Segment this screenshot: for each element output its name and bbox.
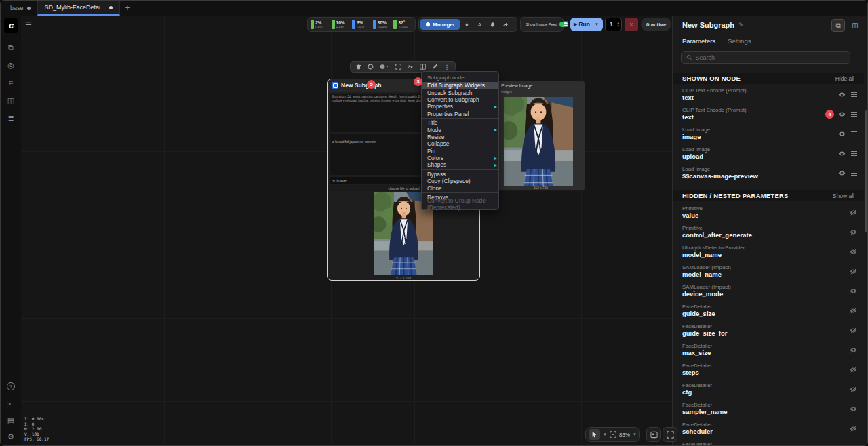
parameter-row[interactable]: SAMLoader (Impact) device_mode [673, 281, 864, 301]
parameter-row[interactable]: CLIP Text Encode (Prompt) text [673, 85, 864, 104]
search-input[interactable] [695, 54, 845, 61]
workflows-icon[interactable]: ⧉ [1, 40, 21, 55]
cursor-tool-button[interactable] [589, 429, 600, 440]
interrupt-button[interactable]: × [625, 18, 638, 31]
eye-off-icon[interactable] [850, 327, 857, 334]
context-menu-item[interactable]: Mode [422, 126, 498, 133]
layout-node-button[interactable] [420, 64, 426, 70]
parameter-search[interactable] [681, 51, 850, 64]
eye-off-icon[interactable] [850, 386, 857, 393]
focus-selection-button[interactable] [663, 427, 677, 442]
context-menu-item[interactable]: Colors [422, 155, 498, 161]
panel-layout-icon[interactable]: ◫ [848, 19, 862, 32]
comfyui-logo[interactable]: c [4, 18, 18, 33]
parameter-row[interactable]: CLIP Text Encode (Prompt) text 4 [673, 104, 864, 124]
eye-off-icon[interactable] [850, 287, 857, 295]
bell-icon[interactable] [487, 19, 498, 30]
help-icon[interactable]: ? [1, 379, 21, 394]
terminal-icon[interactable]: >_ [1, 397, 21, 411]
tab-settings[interactable]: Settings [728, 36, 751, 46]
eye-off-icon[interactable] [850, 268, 857, 275]
parameter-row[interactable]: FaceDetailer cfg [673, 380, 864, 399]
toolbar-drag-handle[interactable] [564, 21, 568, 28]
parameter-row[interactable]: FaceDetailer max_size [673, 340, 864, 360]
batch-count-steppers[interactable]: ▲▼ [617, 21, 621, 28]
cursor-tool-chevron-icon[interactable]: ▼ [603, 432, 607, 437]
eye-icon[interactable] [838, 169, 846, 177]
minimap-button[interactable] [646, 427, 661, 442]
eye-icon[interactable] [838, 150, 846, 157]
context-menu-item[interactable]: Copy (Clipspace) [422, 178, 498, 184]
parameter-row[interactable]: FaceDetailer guide_size [673, 301, 864, 321]
parameter-row[interactable]: SAMLoader (Impact) model_name [673, 262, 864, 281]
rename-pencil-icon[interactable]: ✎ [738, 22, 744, 28]
model-library-icon[interactable]: ◫ [1, 93, 21, 108]
run-options-chevron-icon[interactable]: ▼ [595, 22, 601, 26]
context-menu-item[interactable]: Convert to Subgraph [422, 96, 498, 103]
drag-handle[interactable] [851, 112, 857, 117]
image-feed-toggle-group[interactable]: Show Image Feed [520, 17, 564, 32]
font-size-icon[interactable]: A [474, 19, 486, 30]
manager-button[interactable]: Manager [420, 19, 460, 30]
bypass-node-button[interactable] [368, 64, 374, 70]
star-icon[interactable]: ★ [461, 19, 473, 30]
drag-handle[interactable] [851, 131, 857, 136]
tab-parameters[interactable]: Parameters [682, 36, 715, 46]
eye-off-icon[interactable] [850, 209, 857, 216]
node-color-button[interactable] [380, 64, 389, 70]
context-menu-item[interactable]: Shapes [422, 161, 498, 168]
parameter-row[interactable]: UltralyticsDetectorProvider model_name [673, 242, 864, 262]
zoom-level[interactable]: 83% [619, 432, 630, 438]
parameter-row[interactable]: FaceDetailer scheduler [673, 419, 864, 439]
parameter-row[interactable]: FaceDetailer sampler_name [673, 399, 864, 419]
share-icon[interactable] [500, 19, 511, 30]
eye-off-icon[interactable] [850, 425, 857, 432]
context-menu-item[interactable]: Pin [422, 148, 498, 155]
context-menu-item[interactable]: Title [422, 119, 498, 126]
context-menu-item[interactable]: Properties [422, 103, 498, 110]
context-menu-item[interactable]: Properties Panel [422, 110, 498, 117]
context-menu-item[interactable]: Collapse [422, 140, 498, 147]
context-menu-item[interactable]: Edit Subgraph Widgets [422, 82, 498, 89]
run-button[interactable]: ▶ Run ▼ [570, 18, 603, 31]
new-workflow-button[interactable]: + [120, 1, 136, 16]
context-menu-item[interactable]: Unpack Subgraph [422, 89, 498, 96]
eye-off-icon[interactable] [850, 445, 857, 445]
parameter-row[interactable]: Primitive control_after_generate [673, 222, 864, 242]
eye-off-icon[interactable] [850, 366, 857, 373]
canvas-menu-icon[interactable]: ☰ [25, 18, 32, 27]
parameter-row[interactable]: Load Image image [673, 124, 864, 144]
eye-off-icon[interactable] [850, 405, 857, 413]
prev-arrow-icon[interactable]: ◀ [332, 179, 334, 182]
context-menu-item[interactable]: Convert to Group Node (Deprecated) [422, 201, 498, 207]
eye-off-icon[interactable] [850, 228, 857, 236]
parameter-row[interactable]: FaceDetailer steps [673, 360, 864, 380]
eye-off-icon[interactable] [850, 346, 857, 354]
context-menu-item[interactable]: Resize [422, 134, 498, 140]
assets-icon[interactable]: ◎ [1, 58, 21, 73]
parameter-row[interactable]: FaceDetailer guide_size_for [673, 321, 864, 340]
parameter-row[interactable]: Load Image upload [673, 144, 864, 163]
preview-image-node[interactable]: Preview Image images 512 x 768 [496, 81, 585, 191]
eye-icon[interactable] [838, 110, 846, 118]
node-library-icon[interactable]: ⌗ [1, 75, 21, 90]
eye-icon[interactable] [838, 91, 846, 98]
parameter-row[interactable]: Primitive value [673, 203, 864, 222]
active-jobs-badge[interactable]: 0 active [641, 18, 671, 31]
delete-node-button[interactable] [356, 64, 361, 70]
panel-scrollbar[interactable] [865, 110, 867, 232]
eye-off-icon[interactable] [850, 307, 857, 315]
show-all-button[interactable]: Show all [833, 192, 854, 199]
context-menu-item[interactable]: Clone [422, 184, 498, 191]
drag-handle[interactable] [851, 151, 857, 156]
queue-icon[interactable]: ≣ [1, 110, 21, 125]
zoom-chevron-icon[interactable]: ▼ [633, 432, 637, 437]
logs-icon[interactable]: ▤ [1, 413, 21, 428]
tab-base[interactable]: base [3, 1, 37, 16]
frame-node-button[interactable] [395, 64, 401, 70]
eye-off-icon[interactable] [850, 248, 857, 256]
eye-icon[interactable] [838, 130, 846, 138]
drag-handle[interactable] [851, 92, 857, 97]
convert-node-button[interactable] [408, 64, 414, 70]
parameter-row[interactable]: Load Image $$canvas-image-preview [673, 163, 864, 183]
